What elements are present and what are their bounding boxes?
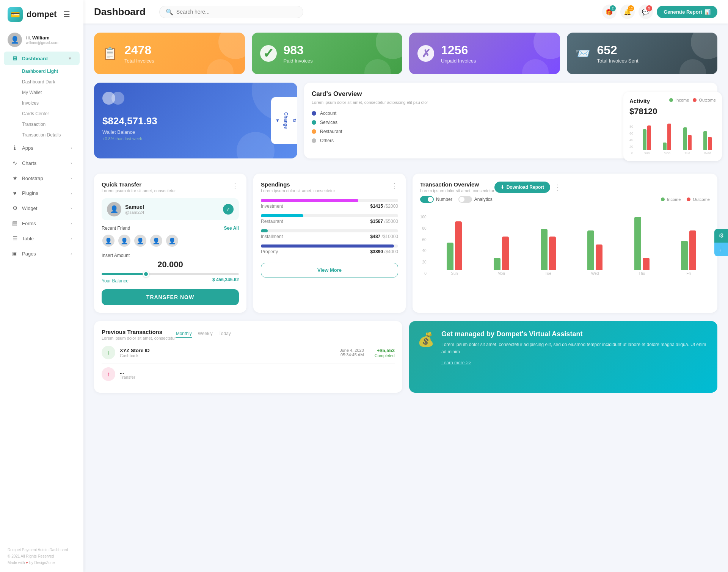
- user-info: Hi, William william@gmail.com: [26, 35, 58, 45]
- refresh-icon: ↻: [292, 119, 297, 122]
- settings-button[interactable]: ⚙: [714, 229, 728, 243]
- chat-badge: 5: [646, 5, 652, 11]
- legend-others: Others 15%: [312, 138, 643, 143]
- hamburger-icon[interactable]: ☰: [63, 10, 70, 19]
- transaction-icon-2: ↑: [102, 367, 115, 381]
- to-bar-group-sun: Sun: [433, 221, 476, 276]
- card-overview-description: Lorem ipsum dolor sit amet, consectetur …: [312, 100, 643, 105]
- header: Dashboard 🔍 🎁2 🔔12 💬5 Generate Report 📊: [83, 0, 728, 24]
- friend-avatar-5[interactable]: 👤: [165, 234, 179, 248]
- income-dot: [661, 197, 665, 201]
- stat-card-unpaid-invoices: ✗ 1256 Unpaid Invoices: [409, 33, 560, 74]
- amount-slider[interactable]: [102, 273, 239, 275]
- chevron-right-icon: ›: [71, 221, 72, 226]
- generate-report-label: Generate Report: [664, 9, 702, 15]
- sidebar-item-widget[interactable]: ⚙ Widget ›: [4, 201, 80, 215]
- friend-avatar-4[interactable]: 👤: [149, 234, 163, 248]
- sidebar-item-forms[interactable]: ▤ Forms ›: [4, 216, 80, 230]
- generate-report-button[interactable]: Generate Report 📊: [657, 6, 717, 18]
- person-name: Samuel: [125, 204, 144, 210]
- sidebar-item-bootstrap[interactable]: ★ Bootstrap ›: [4, 171, 80, 185]
- chevron-down-icon: ▼: [68, 56, 72, 61]
- see-all-button[interactable]: See All: [224, 226, 239, 231]
- restaurant-bar: [261, 214, 398, 217]
- check-icon: ✓: [223, 204, 234, 215]
- tab-weekly[interactable]: Weekly: [198, 331, 213, 338]
- search-input[interactable]: [176, 9, 297, 15]
- tab-monthly[interactable]: Monthly: [176, 331, 192, 338]
- sidebar-item-apps[interactable]: ℹ Apps ›: [4, 141, 80, 155]
- to-day-sun: Sun: [451, 271, 458, 276]
- stat-card-paid-invoices: ✓ 983 Paid Invoices: [252, 33, 403, 74]
- sidebar-item-cards-center[interactable]: Cards Center: [4, 109, 80, 119]
- sidebar-item-my-wallet[interactable]: My Wallet: [4, 88, 80, 97]
- download-report-button[interactable]: ⬇ Download Report: [494, 182, 550, 193]
- slider-thumb[interactable]: [143, 271, 149, 277]
- sidebar-item-plugins[interactable]: ♥ Plugins ›: [4, 186, 80, 200]
- widget-icon: ⚙: [11, 205, 18, 212]
- quick-transfer-header: Quick Transfer Lorem ipsum dolor sit ame…: [102, 181, 239, 193]
- chevron-right-icon: ›: [71, 176, 72, 180]
- activity-amount: $78120: [629, 107, 716, 116]
- header-icons: 🎁2 🔔12 💬5 Generate Report 📊: [602, 5, 717, 19]
- to-bar-sun-income: [447, 243, 453, 270]
- to-bars-container: Sun Mon: [433, 215, 710, 276]
- apps-icon: ℹ: [11, 144, 18, 151]
- spendings-more-icon[interactable]: ⋮: [391, 181, 398, 190]
- legend-services: Services 40%: [312, 120, 643, 125]
- transaction-toggle-row: Number Analytics Income Outcome: [420, 196, 710, 203]
- gift-button[interactable]: 🎁2: [602, 5, 617, 19]
- forms-icon: ▤: [11, 220, 18, 227]
- user-email: william@gmail.com: [26, 41, 58, 45]
- selected-person[interactable]: 👤 Samuel @sam224 ✓: [102, 198, 239, 220]
- to-more-icon[interactable]: ⋮: [554, 183, 562, 192]
- total-invoices-number: 2478: [124, 43, 154, 57]
- sidebar-item-invoices[interactable]: Invoices: [4, 98, 80, 108]
- view-more-button[interactable]: View More: [261, 263, 398, 277]
- number-toggle-label: Number: [420, 196, 452, 203]
- bell-button[interactable]: 🔔12: [620, 5, 635, 19]
- quick-transfer-card: Quick Transfer Lorem ipsum dolor sit ame…: [94, 174, 246, 313]
- sidebar-item-dashboard-light[interactable]: Dashboard Light: [4, 66, 80, 76]
- search-bar[interactable]: 🔍: [159, 6, 303, 18]
- services-dot: [312, 120, 316, 125]
- theme-button[interactable]: 💧: [714, 243, 728, 256]
- analytics-toggle[interactable]: [458, 196, 472, 203]
- chevron-right-icon: ›: [71, 191, 72, 196]
- sidebar-item-transaction[interactable]: Transaction: [4, 119, 80, 129]
- sidebar-item-transaction-details[interactable]: Transaction Details: [4, 130, 80, 140]
- legend-account: Account 20%: [312, 111, 643, 116]
- virtual-assistant-card: 💰 Get managed by Dompet's Virtual Assist…: [409, 321, 717, 393]
- tab-today[interactable]: Today: [219, 331, 231, 338]
- va-icon: 💰: [417, 332, 435, 348]
- sidebar-item-dashboard[interactable]: ⊞ Dashboard ▼: [4, 52, 80, 65]
- sidebar-item-charts[interactable]: ∿ Charts ›: [4, 156, 80, 170]
- to-day-thu: Thu: [639, 271, 645, 276]
- spendings-title: Spendings: [261, 181, 335, 188]
- spendings-description: Lorem ipsum dolor sit amet, consectetur: [261, 188, 335, 193]
- sidebar-item-table[interactable]: ☰ Table ›: [4, 232, 80, 245]
- chat-button[interactable]: 💬5: [639, 5, 653, 19]
- friend-avatar-2[interactable]: 👤: [118, 234, 131, 248]
- wallet-amount: $824,571.93: [102, 115, 289, 127]
- spending-property: Property $3890 /$4000: [261, 244, 398, 254]
- download-icon: ⬇: [500, 185, 504, 190]
- to-bar-group-fri: Fri: [667, 230, 710, 276]
- transfer-now-button[interactable]: TRANSFER NOW: [102, 289, 239, 305]
- va-learn-more[interactable]: Learn more >>: [441, 360, 709, 365]
- legend-restaurant: Restaurant 15%: [312, 129, 643, 134]
- sidebar-item-pages[interactable]: ▣ Pages ›: [4, 247, 80, 260]
- slider-fill: [102, 273, 143, 275]
- sidebar-item-dashboard-dark[interactable]: Dashboard Dark: [4, 77, 80, 87]
- chevron-right-icon: ›: [71, 206, 72, 210]
- activity-title: Activity: [629, 98, 650, 104]
- stat-card-total-sent: 📨 652 Total Invoices Sent: [567, 33, 718, 74]
- friend-avatar-3[interactable]: 👤: [133, 234, 147, 248]
- logo-text: dompet: [27, 9, 56, 19]
- more-options-icon[interactable]: ⋮: [231, 181, 239, 190]
- change-button[interactable]: ↻ Change ▼: [271, 97, 297, 144]
- number-toggle[interactable]: [420, 196, 434, 203]
- unpaid-invoices-icon: ✗: [417, 45, 434, 62]
- bottom-row: Quick Transfer Lorem ipsum dolor sit ame…: [94, 174, 717, 313]
- friend-avatar-1[interactable]: 👤: [102, 234, 115, 248]
